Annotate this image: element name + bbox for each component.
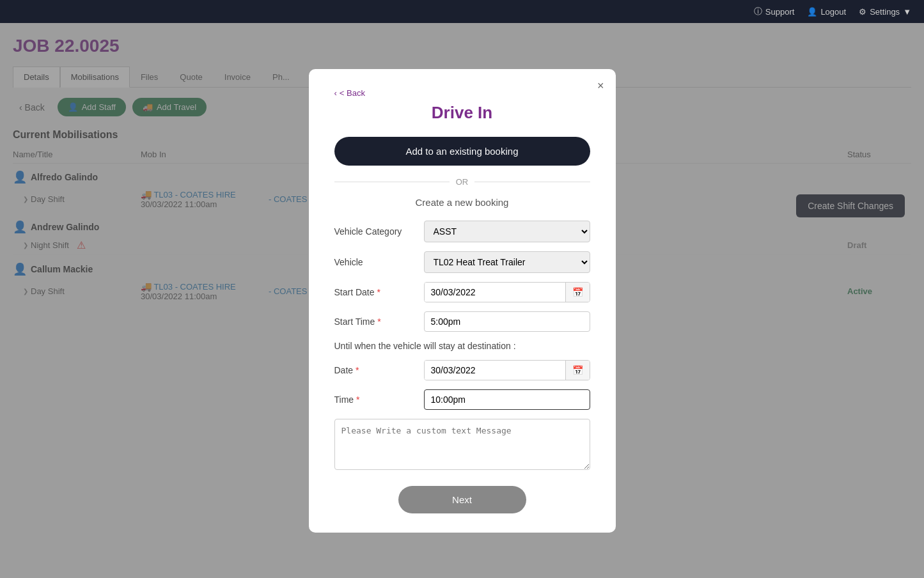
modal-overlay: ‹ < Back × Drive In Add to an existing b… bbox=[0, 23, 924, 578]
vehicle-label: Vehicle bbox=[334, 257, 418, 267]
support-label: Support bbox=[765, 7, 795, 17]
date-row: Date * 📅 bbox=[334, 360, 590, 380]
calendar-icon[interactable]: 📅 bbox=[565, 361, 590, 380]
support-icon: ⓘ bbox=[754, 6, 762, 17]
settings-label: Settings bbox=[870, 7, 900, 17]
until-label: Until when the vehicle will stay at dest… bbox=[334, 341, 590, 351]
background-page: JOB 22.0025 Details Mobilisations Files … bbox=[0, 23, 924, 578]
topbar: ⓘ Support 👤 Logout ⚙ Settings ▼ bbox=[0, 0, 924, 23]
create-new-label: Create a new booking bbox=[334, 197, 590, 208]
settings-link[interactable]: ⚙ Settings ▼ bbox=[859, 7, 911, 17]
required-star: * bbox=[377, 287, 380, 297]
start-date-input-wrap: 📅 bbox=[424, 282, 590, 302]
date-input[interactable] bbox=[425, 361, 565, 380]
gear-icon: ⚙ bbox=[859, 7, 866, 17]
start-time-input[interactable] bbox=[424, 311, 590, 332]
logout-link[interactable]: 👤 Logout bbox=[807, 7, 846, 17]
modal-back-button[interactable]: ‹ < Back bbox=[334, 88, 365, 98]
date-input-wrap: 📅 bbox=[424, 360, 590, 380]
modal-back-label: < Back bbox=[340, 88, 365, 98]
modal-title: Drive In bbox=[334, 103, 590, 123]
chevron-down-icon: ▼ bbox=[903, 7, 911, 17]
custom-message-textarea[interactable] bbox=[334, 419, 590, 470]
calendar-icon[interactable]: 📅 bbox=[565, 283, 590, 302]
user-icon: 👤 bbox=[807, 7, 817, 17]
start-time-row: Start Time * bbox=[334, 311, 590, 332]
start-date-row: Start Date * 📅 bbox=[334, 282, 590, 302]
date-label: Date * bbox=[334, 365, 418, 375]
or-label: OR bbox=[456, 177, 469, 187]
logout-label: Logout bbox=[820, 7, 846, 17]
next-button[interactable]: Next bbox=[398, 486, 526, 513]
custom-message-wrap bbox=[334, 419, 590, 472]
time-input[interactable] bbox=[424, 389, 590, 410]
start-date-label: Start Date * bbox=[334, 287, 418, 297]
drive-in-modal: ‹ < Back × Drive In Add to an existing b… bbox=[309, 69, 616, 533]
support-link[interactable]: ⓘ Support bbox=[754, 6, 795, 17]
vehicle-category-row: Vehicle Category ASST HV LV TRAILER bbox=[334, 221, 590, 242]
required-star: * bbox=[356, 365, 359, 375]
start-time-label: Start Time * bbox=[334, 316, 418, 327]
time-label: Time * bbox=[334, 394, 418, 405]
vehicle-category-label: Vehicle Category bbox=[334, 226, 418, 237]
vehicle-select[interactable]: TL02 Heat Treat Trailer TL03 - COATES HI… bbox=[424, 251, 590, 273]
required-star: * bbox=[356, 394, 359, 405]
add-existing-booking-button[interactable]: Add to an existing booking bbox=[334, 137, 590, 166]
required-star: * bbox=[377, 316, 380, 327]
chevron-left-icon: ‹ bbox=[334, 88, 337, 98]
modal-close-button[interactable]: × bbox=[597, 79, 604, 93]
or-divider: OR bbox=[334, 177, 590, 187]
vehicle-category-select[interactable]: ASST HV LV TRAILER bbox=[424, 221, 590, 242]
vehicle-row: Vehicle TL02 Heat Treat Trailer TL03 - C… bbox=[334, 251, 590, 273]
start-date-input[interactable] bbox=[425, 283, 565, 302]
time-row: Time * bbox=[334, 389, 590, 410]
